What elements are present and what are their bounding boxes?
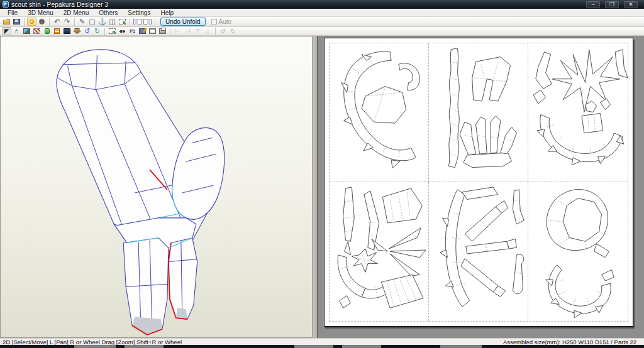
align-bottom-icon: ⊥ — [203, 27, 213, 35]
pattern-cell-6[interactable] — [528, 182, 628, 321]
status-bar: 2D [Select/Move] L [Pan] R or Wheel Drag… — [0, 338, 644, 345]
page-grid — [329, 43, 628, 322]
taskbar-window-block — [440, 345, 482, 348]
redo-icon[interactable]: ↷ — [62, 18, 72, 26]
title-bar: scout shin - Pepakura Designer 3 – ❐ ✕ — [0, 0, 644, 9]
undo-unfold-button[interactable]: Undo Unfold — [160, 18, 206, 26]
layout-left-pane-icon[interactable] — [133, 18, 142, 26]
auto-checkbox[interactable] — [211, 19, 217, 24]
toolbar-separator — [74, 18, 75, 26]
pattern-toolbar: ◤⑃↺↻P1⊢⊣⊤⊥↺↻ — [0, 27, 644, 36]
rotate-cw-icon: ↻ — [228, 27, 238, 35]
save-pattern-icon[interactable] — [138, 27, 147, 35]
find-part-icon[interactable] — [118, 27, 127, 35]
pattern-cell-4[interactable] — [330, 182, 429, 321]
menu-3d[interactable]: 3D Menu — [23, 9, 58, 17]
rotate-ccw-icon: ↺ — [218, 27, 228, 35]
align-top-icon: ⊤ — [193, 27, 203, 35]
rotate-part-right-icon[interactable]: ↻ — [92, 27, 102, 35]
save-file-icon[interactable] — [12, 18, 21, 26]
page-number-icon[interactable]: P1 — [128, 27, 137, 35]
paint-brush-icon[interactable] — [32, 27, 42, 35]
pane-splitter[interactable] — [313, 36, 317, 338]
layout-right-pane-icon[interactable] — [143, 18, 152, 26]
menu-file[interactable]: File — [3, 9, 23, 17]
menu-bar: File 3D Menu 2D Menu Others Settings Hel… — [0, 9, 644, 17]
print-icon[interactable] — [158, 27, 167, 35]
toolbar-separator — [49, 18, 50, 26]
taskbar-strip — [0, 345, 644, 348]
taskbar-window-block — [74, 345, 116, 348]
menu-help[interactable]: Help — [155, 9, 179, 17]
dark-panel-icon[interactable] — [62, 27, 72, 35]
select-move-icon[interactable]: ◤ — [2, 27, 11, 35]
marquee-select-icon[interactable] — [108, 27, 117, 35]
pattern-cell-3[interactable] — [528, 43, 628, 182]
pepakura-designer-window: scout shin - Pepakura Designer 3 – ❐ ✕ F… — [0, 0, 644, 348]
toolbar-separator — [155, 18, 155, 26]
main-area — [0, 36, 644, 338]
assembled-size-text: Assembled size(mm): H250 W110 D151 / Par… — [503, 339, 641, 345]
taskbar-window-block — [294, 345, 333, 348]
app-icon — [3, 1, 9, 8]
anchor-view-icon[interactable]: ⚓ — [97, 18, 107, 26]
viewport-window-icon[interactable]: ◫ — [108, 18, 117, 26]
solid-box-view-icon[interactable]: ▢ — [87, 18, 97, 26]
edge-pen-icon[interactable]: ✎ — [77, 18, 87, 26]
glue-tool-icon[interactable] — [72, 27, 82, 35]
window-title: scout shin - Pepakura Designer 3 — [11, 1, 108, 8]
status-hint-text: 2D [Select/Move] L [Pan] R or Wheel Drag… — [3, 339, 182, 345]
taskbar-window-block — [125, 345, 164, 348]
3d-view-pane[interactable] — [0, 36, 313, 338]
toolbar-separator — [170, 28, 170, 35]
toolbar-separator — [24, 18, 25, 26]
pattern-page — [324, 38, 633, 327]
toolbar-separator — [104, 28, 105, 35]
pattern-cell-1[interactable] — [330, 43, 429, 182]
texture-select-icon[interactable] — [118, 18, 127, 26]
auto-unfold-control: Auto — [211, 18, 232, 25]
auto-checkbox-label: Auto — [219, 18, 232, 25]
rotate-part-left-icon[interactable]: ↺ — [82, 27, 92, 35]
scale-box-icon[interactable] — [52, 27, 62, 35]
texture-image-icon[interactable] — [22, 27, 31, 35]
pattern-cell-2[interactable] — [429, 43, 528, 182]
maximize-button[interactable]: ❐ — [605, 1, 619, 8]
2d-pattern-pane[interactable] — [317, 36, 644, 338]
taskbar-window-block — [342, 345, 381, 348]
3d-model-wireframe[interactable] — [1, 36, 312, 337]
open-file-icon[interactable] — [2, 18, 11, 26]
light-toggle-icon[interactable] — [27, 18, 36, 26]
pattern-cell-5[interactable] — [429, 182, 528, 321]
toolbar-separator — [130, 18, 130, 26]
align-right-icon: ⊣ — [183, 27, 192, 35]
toolbar-separator — [215, 28, 216, 35]
main-toolbar: ↶↷✎▢⚓◫Undo Unfold Auto — [0, 17, 644, 27]
menu-others[interactable]: Others — [94, 9, 123, 17]
align-left-icon: ⊢ — [173, 27, 182, 35]
minimize-button[interactable]: – — [586, 1, 600, 8]
menu-settings[interactable]: Settings — [123, 9, 155, 17]
scale-up-icon[interactable] — [42, 27, 52, 35]
texture-color-view-icon[interactable] — [37, 18, 47, 26]
edit-flaps-icon[interactable]: ⑃ — [12, 27, 21, 35]
page-frame-icon[interactable] — [148, 27, 157, 35]
close-button[interactable]: ✕ — [624, 1, 638, 8]
undo-icon[interactable]: ↶ — [52, 18, 62, 26]
menu-2d[interactable]: 2D Menu — [58, 9, 94, 17]
